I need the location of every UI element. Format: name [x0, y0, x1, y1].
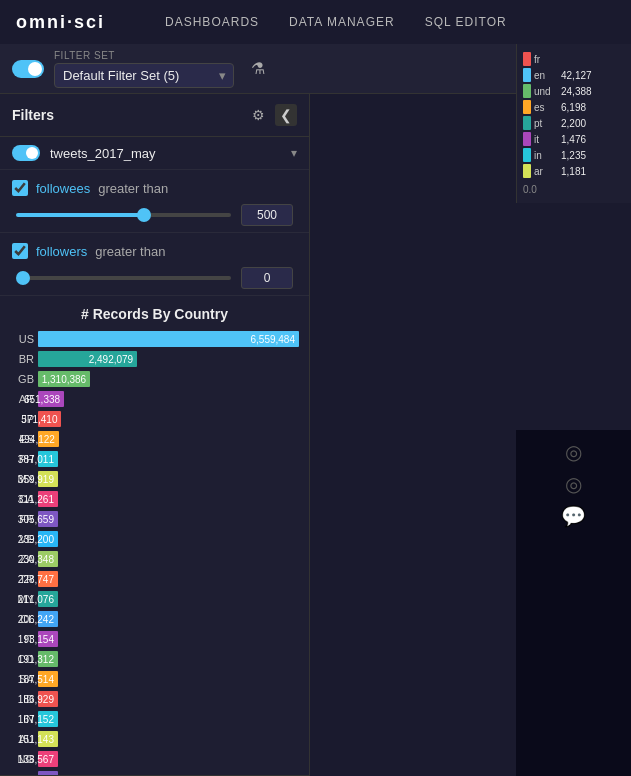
bar-fill: 571,410 — [38, 411, 61, 427]
bar-value: 6,559,484 — [251, 334, 300, 345]
side-chart: fren42,127und24,388es6,198pt2,200it1,476… — [516, 44, 631, 203]
bar-track: 494,122 — [38, 431, 299, 447]
side-value: 6,198 — [561, 102, 586, 113]
side-item: en42,127 — [523, 68, 625, 82]
filter-followees-value[interactable] — [241, 204, 293, 226]
filter-followers-value[interactable] — [241, 267, 293, 289]
bar-fill: 151,143 — [38, 731, 58, 747]
bar-value: 359,919 — [18, 474, 58, 485]
map-icon-1: ◎ — [565, 440, 582, 464]
bar-value: 187,514 — [18, 674, 58, 685]
filter-followees-checkbox[interactable] — [12, 180, 28, 196]
bar-track: 571,410 — [38, 411, 299, 427]
bar-list: US6,559,484BR2,492,079GB1,310,386AR651,3… — [10, 330, 299, 776]
filter-followers-slider-row — [12, 267, 297, 289]
dataset-name: tweets_2017_may — [50, 146, 281, 161]
bar-item: ES494,122 — [10, 430, 299, 448]
bar-item: AU151,143 — [10, 730, 299, 748]
bar-value: 151,143 — [18, 734, 58, 745]
bar-item: BR2,492,079 — [10, 350, 299, 368]
filter-followers-name: followers — [36, 244, 87, 259]
panel-title: Filters — [12, 107, 54, 123]
nav-sql-editor[interactable]: SQL EDITOR — [425, 15, 507, 29]
bar-track: 387,011 — [38, 451, 299, 467]
filter-set-select[interactable]: Default Filter Set (5) — [54, 63, 234, 88]
filter-settings-icon[interactable]: ⚙ — [250, 105, 267, 125]
dataset-toggle[interactable] — [12, 145, 40, 161]
filter-followees-slider[interactable] — [16, 213, 231, 217]
close-panel-button[interactable]: ❮ — [275, 104, 297, 126]
bar-value: 387,011 — [18, 454, 58, 465]
bar-value: 186,929 — [18, 694, 58, 705]
bar-track: 228,747 — [38, 571, 299, 587]
bar-value: 211,076 — [18, 594, 58, 605]
bar-value: 1,310,386 — [42, 374, 91, 385]
bar-fill: 387,011 — [38, 451, 58, 467]
side-item: ar1,181 — [523, 164, 625, 178]
side-zero-label: 0.0 — [523, 184, 625, 195]
side-color-box — [523, 164, 531, 178]
side-item: es6,198 — [523, 100, 625, 114]
bar-value: 228,747 — [18, 574, 58, 585]
bar-item: MY211,076 — [10, 590, 299, 608]
bar-track: 186,929 — [38, 691, 299, 707]
bar-value: 651,338 — [24, 394, 64, 405]
bar-item: VE239,200 — [10, 530, 299, 548]
nav-data-manager[interactable]: DATA MANAGER — [289, 15, 395, 29]
side-value: 24,388 — [561, 86, 592, 97]
right-content: fren42,127und24,388es6,198pt2,200it1,476… — [310, 94, 631, 776]
bar-item: DE120,839 — [10, 770, 299, 776]
bar-item: IT193,154 — [10, 630, 299, 648]
bar-value: 311,261 — [18, 494, 58, 505]
bar-item: ID186,929 — [10, 690, 299, 708]
bar-track: 2,492,079 — [38, 351, 299, 367]
bar-item: CA311,261 — [10, 490, 299, 508]
bar-track: 359,919 — [38, 471, 299, 487]
side-color-box — [523, 84, 531, 98]
app-logo: omni·sci — [16, 12, 105, 33]
bar-fill: 1,310,386 — [38, 371, 90, 387]
bar-fill: 6,559,484 — [38, 331, 299, 347]
bar-fill: 228,747 — [38, 571, 58, 587]
filter-followers-checkbox[interactable] — [12, 243, 28, 259]
filter-followers-row: followers greater than — [12, 243, 297, 259]
bar-track: 187,514 — [38, 671, 299, 687]
filter-set-wrap: Filter set Default Filter Set (5) — [54, 50, 234, 88]
filter-icon-button[interactable]: ⚗ — [244, 55, 272, 83]
bar-track: 311,261 — [38, 491, 299, 507]
side-label: it — [534, 134, 558, 145]
bar-track: 193,154 — [38, 631, 299, 647]
bar-item: CL206,242 — [10, 610, 299, 628]
bar-fill: 191,312 — [38, 651, 58, 667]
bar-country-label: US — [10, 333, 34, 345]
bar-item: AR651,338 — [10, 390, 299, 408]
bar-fill: 230,348 — [38, 551, 58, 567]
side-item: it1,476 — [523, 132, 625, 146]
filter-followers-slider[interactable] — [16, 276, 231, 280]
map-icon-3: 💬 — [561, 504, 586, 528]
side-label: es — [534, 102, 558, 113]
side-label: en — [534, 70, 558, 81]
bar-fill: 651,338 — [38, 391, 64, 407]
bar-item: NG138,567 — [10, 750, 299, 768]
side-color-box — [523, 100, 531, 114]
bar-item: GB1,310,386 — [10, 370, 299, 388]
bar-value: 230,348 — [18, 554, 58, 565]
filter-followees-name: followees — [36, 181, 90, 196]
bar-fill: 494,122 — [38, 431, 59, 447]
panel-header: Filters ⚙ ❮ — [0, 94, 309, 137]
bar-country-label: BR — [10, 353, 34, 365]
bar-fill: 305,659 — [38, 511, 58, 527]
bar-value: 138,567 — [18, 754, 58, 765]
side-color-box — [523, 116, 531, 130]
bar-track: 151,143 — [38, 731, 299, 747]
filter-set-toggle[interactable] — [12, 60, 44, 78]
bar-item: FR305,659 — [10, 510, 299, 528]
dataset-arrow-icon[interactable]: ▾ — [291, 146, 297, 160]
bar-fill: 138,567 — [38, 751, 58, 767]
bar-item: MX359,919 — [10, 470, 299, 488]
bar-value: 206,242 — [18, 614, 58, 625]
nav-dashboards[interactable]: DASHBOARDS — [165, 15, 259, 29]
side-color-box — [523, 132, 531, 146]
bar-track: 138,567 — [38, 751, 299, 767]
